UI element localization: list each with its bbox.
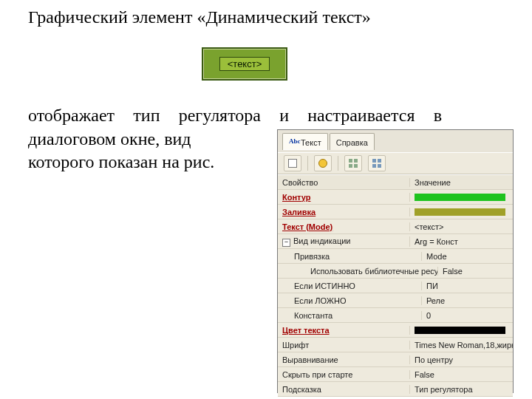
row-label: Контур: [278, 193, 410, 202]
row-label: Текст (Mode): [278, 222, 410, 231]
row-value[interactable]: Times New Roman,18,жирный: [410, 341, 513, 349]
row-use-library-resources[interactable]: Использовать библиотечные ресурсы False: [278, 264, 513, 279]
color-swatch-green: [415, 194, 505, 201]
row-value[interactable]: Mode: [422, 252, 513, 261]
abc-icon: Abc: [289, 138, 298, 147]
row-label: Цвет текста: [278, 326, 410, 335]
row-value[interactable]: Реле: [422, 296, 513, 305]
grid-header: Свойство Значение: [278, 175, 513, 190]
color-swatch-olive: [415, 208, 505, 216]
row-label: Подсказка: [278, 385, 410, 394]
tab-text[interactable]: Abc Текст: [282, 133, 328, 150]
tab-help-label: Справка: [336, 138, 368, 147]
row-label: Использовать библиотечные ресурсы: [278, 267, 438, 276]
properties-dialog: Abc Текст Справка Свойство Значение Конт…: [277, 129, 514, 393]
grid2-icon: [372, 159, 381, 168]
row-text-color[interactable]: Цвет текста: [278, 323, 513, 338]
row-value[interactable]: [410, 194, 513, 201]
row-if-false[interactable]: Если ЛОЖНО Реле: [278, 293, 513, 308]
body-paragraph-2: которого показан на рис.: [28, 152, 214, 172]
row-label: Привязка: [278, 252, 422, 261]
dialog-tabbar: Abc Текст Справка: [278, 130, 513, 152]
row-label: Константа: [278, 311, 422, 320]
row-label: Заливка: [278, 208, 410, 216]
row-contour[interactable]: Контур: [278, 190, 513, 205]
grid-icon: [349, 159, 358, 168]
row-value[interactable]: False: [410, 370, 513, 379]
row-value[interactable]: <текст>: [410, 222, 513, 231]
row-fill[interactable]: Заливка: [278, 205, 513, 219]
row-text-mode[interactable]: Текст (Mode) <текст>: [278, 219, 513, 234]
row-font[interactable]: Шрифт Times New Roman,18,жирный: [278, 338, 513, 352]
row-value[interactable]: ПИ: [422, 282, 513, 290]
row-tooltip[interactable]: Подсказка Тип регулятора: [278, 382, 513, 397]
tab-text-label: Текст: [301, 138, 321, 147]
row-indication-type[interactable]: −Вид индикации Arg = Конст: [278, 234, 513, 249]
row-hide-on-start[interactable]: Скрыть при старте False: [278, 367, 513, 382]
row-value[interactable]: [410, 327, 513, 334]
row-value[interactable]: По центру: [410, 355, 513, 364]
bulb-icon: [318, 159, 327, 168]
grid-header-value: Значение: [410, 178, 513, 187]
toolbar-divider: [338, 156, 338, 171]
row-label: Выравнивание: [278, 355, 410, 364]
dialog-toolbar: [278, 152, 513, 174]
toolbar-divider: [307, 156, 308, 171]
toggle-icon: [288, 159, 297, 168]
tree-collapse-icon[interactable]: −: [282, 239, 290, 247]
row-value[interactable]: False: [438, 267, 513, 276]
grid-header-property: Свойство: [278, 178, 410, 187]
page-title: Графический элемент «Динамический текст»: [28, 7, 371, 27]
row-label-text: Вид индикации: [293, 236, 351, 245]
row-if-true[interactable]: Если ИСТИННО ПИ: [278, 279, 513, 293]
row-value[interactable]: Тип регулятора: [410, 385, 513, 394]
row-value[interactable]: Arg = Конст: [410, 237, 513, 246]
toolbar-button-2[interactable]: [314, 155, 332, 171]
row-label: Скрыть при старте: [278, 370, 410, 379]
properties-grid: Свойство Значение Контур Заливка Текст (…: [278, 174, 513, 397]
row-alignment[interactable]: Выравнивание По центру: [278, 352, 513, 367]
dynamic-text-badge-label: <текст>: [219, 57, 270, 71]
toolbar-button-4[interactable]: [368, 155, 386, 171]
row-label: Шрифт: [278, 341, 410, 349]
toolbar-button-3[interactable]: [344, 155, 362, 171]
row-value[interactable]: 0: [422, 311, 513, 320]
row-label: −Вид индикации: [278, 236, 410, 247]
row-binding[interactable]: Привязка Mode: [278, 249, 513, 264]
row-constant[interactable]: Константа 0: [278, 308, 513, 323]
tab-help[interactable]: Справка: [330, 133, 375, 150]
dynamic-text-badge: <текст>: [202, 47, 287, 81]
toolbar-button-1[interactable]: [284, 155, 301, 171]
row-label: Если ИСТИННО: [278, 282, 422, 290]
row-value[interactable]: [410, 208, 513, 216]
row-label: Если ЛОЖНО: [278, 296, 422, 305]
color-swatch-black: [415, 327, 505, 334]
